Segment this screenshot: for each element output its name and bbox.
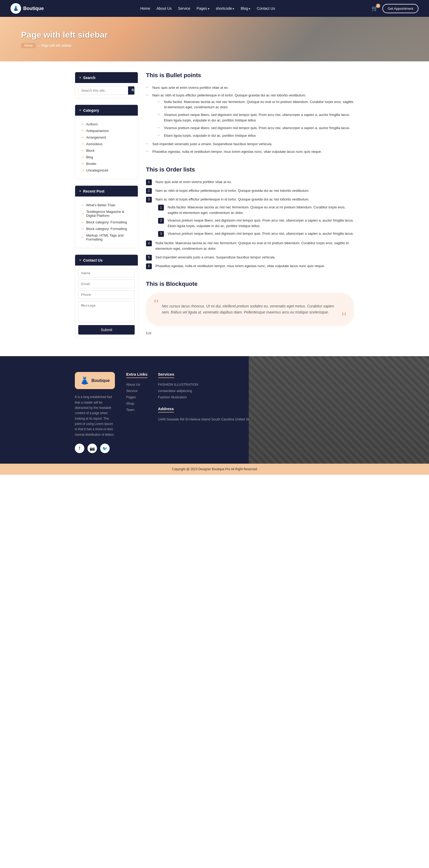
breadcrumb: Home › Page with left sidebar [21, 43, 408, 48]
contact-widget: Contact Us Submit [75, 254, 138, 338]
navbar: 👗 Boutique Home About Us Service Pages s… [0, 0, 429, 17]
category-item[interactable]: Antiquarianism [78, 127, 135, 134]
list-item: Etiam ligula turpis, vulputate in dui ac… [158, 132, 354, 140]
footer-services-list: FASHION ILLUSTRATION consectetur adipisc… [158, 382, 255, 399]
footer-link[interactable]: Pages [126, 395, 136, 399]
category-widget-body: Aciform Antiquarianism Arrangement Asmod… [75, 116, 138, 179]
footer-logo[interactable]: 👗 Boutique [75, 372, 115, 389]
list-item: Sed imperdiet venenatis justo a ornare. … [146, 141, 354, 148]
nav-pages[interactable]: Pages [196, 6, 210, 10]
nav-service[interactable]: Service [178, 6, 190, 10]
breadcrumb-current: Page with left sidebar [41, 44, 72, 48]
search-button[interactable]: 🔍 [128, 86, 135, 95]
category-widget-title: Category [75, 105, 138, 116]
breadcrumb-sep: › [38, 43, 39, 48]
category-item[interactable]: Asmodeus [78, 141, 135, 147]
nav-about[interactable]: About Us [156, 6, 172, 10]
search-widget-title: Search [75, 72, 138, 83]
footer-address-title: Address [158, 406, 174, 412]
main-content: This is Bullet points Nunc quis ante et … [146, 72, 354, 346]
category-item[interactable]: Blog [78, 154, 135, 160]
blockquote-wrap: " Nec cursus lacus rhoncus. Ut mi dui, e… [146, 293, 354, 327]
quote-open-icon: " [154, 298, 158, 311]
order-section: This is Order lists Nunc quis ante et en… [146, 166, 354, 270]
category-item[interactable]: Aciform [78, 121, 135, 127]
list-item: Vivamus pretium neque libero, sed dignis… [158, 111, 354, 124]
recent-post-widget: Recent Post What's Better Than Textilege… [75, 185, 138, 248]
list-item: Nunc quis ante et enim viverra porttitor… [146, 178, 354, 186]
footer-extra-links-list: About Us Service Pages Shop Team [126, 382, 148, 412]
list-item: Nunc quis ante et enim viverra porttitor… [146, 84, 354, 92]
contact-email-input[interactable] [78, 279, 135, 288]
footer-desc: It is a long established fact that a rea… [75, 394, 116, 437]
footer-brand: 👗 Boutique It is a long established fact… [75, 372, 116, 453]
footer-image-inner [249, 356, 429, 464]
nav-right: 🛒 0 Get Appointment [372, 4, 419, 13]
list-item: Vivamus pretium neque libero, sed dignis… [158, 124, 354, 132]
quote-close-icon: " [342, 311, 346, 323]
logo[interactable]: 👗 Boutique [10, 3, 44, 14]
list-item: Sed imperdiet venenatis justo a ornare. … [146, 254, 354, 261]
category-item[interactable]: Broder [78, 160, 135, 167]
nested-ordered-list: Nulla facilisi. Maecenas lacinia ac nisl… [158, 204, 354, 237]
footer-link[interactable]: Team [126, 408, 135, 412]
contact-form: Submit [75, 266, 138, 338]
contact-phone-input[interactable] [78, 290, 135, 299]
breadcrumb-home[interactable]: Home [21, 43, 36, 48]
footer-logo-text: Boutique [91, 378, 110, 383]
list-item: Nam ac nibh id turpis efficitur pellente… [146, 196, 354, 239]
appointment-button[interactable]: Get Appointment [382, 4, 419, 13]
nav-links: Home About Us Service Pages shortcode Bl… [140, 6, 275, 10]
footer-link[interactable]: Shop [126, 401, 134, 405]
list-item: Nulla facilisi. Maecenas lacinia ac nisl… [158, 204, 354, 217]
nav-blog[interactable]: Blog [241, 6, 250, 10]
nav-shortcode[interactable]: shortcode [216, 6, 235, 10]
footer-service-link[interactable]: consectetur adipiscing [158, 389, 192, 393]
bullet-list: Nunc quis ante et enim viverra porttitor… [146, 84, 354, 156]
recent-post-widget-body: What's Better Than Textilegence Magazine… [75, 196, 138, 248]
search-input-wrap: 🔍 [78, 86, 135, 95]
list-item: Nam ac nibh id turpis efficitur pellente… [146, 187, 354, 195]
recent-post-item[interactable]: What's Better Than [78, 202, 135, 208]
footer: 👗 Boutique It is a long established fact… [0, 356, 429, 475]
nav-contact[interactable]: Contact Us [257, 6, 275, 10]
edit-link[interactable]: Edit [146, 331, 354, 335]
nested-bullet-list: Nulla facilisi. Maecenas lacinia ac nisl… [158, 98, 354, 140]
cart-icon[interactable]: 🛒 0 [372, 5, 378, 11]
category-item[interactable]: Uncategorized [78, 167, 135, 174]
footer-area: 👗 Boutique It is a long established fact… [0, 356, 429, 464]
facebook-icon[interactable]: f [75, 444, 84, 453]
category-item[interactable]: Block [78, 147, 135, 154]
category-widget: Category Aciform Antiquarianism Arrangem… [75, 104, 138, 179]
contact-message-input[interactable] [78, 301, 135, 322]
twitter-icon[interactable]: 🐦 [100, 444, 110, 453]
contact-submit-button[interactable]: Submit [78, 325, 135, 335]
list-item: Nulla facilisi. Maecenas lacinia ac nisl… [158, 98, 354, 112]
footer-service-link[interactable]: FASHION ILLUSTRATION [158, 382, 198, 386]
contact-name-input[interactable] [78, 269, 135, 277]
footer-extra-links: Extra Links About Us Service Pages Shop … [126, 372, 148, 453]
footer-link[interactable]: Service [126, 389, 137, 393]
bullet-section: This is Bullet points Nunc quis ante et … [146, 72, 354, 156]
footer-link[interactable]: About Us [126, 382, 140, 386]
instagram-icon[interactable]: 📷 [88, 444, 97, 453]
footer-image [249, 356, 429, 464]
search-widget: Search 🔍 [75, 72, 138, 98]
recent-post-item[interactable]: Textilegence Magazine & Digital Platform [78, 208, 135, 219]
nav-home[interactable]: Home [140, 6, 150, 10]
footer-social: f 📷 🐦 [75, 444, 116, 453]
category-item[interactable]: Arrangement [78, 134, 135, 141]
main-container: Search 🔍 Category Aciform Antiquarianism… [69, 72, 360, 346]
footer-service-link[interactable]: Fashion Illustration [158, 395, 187, 399]
recent-post-item[interactable]: Block category: Formatting [78, 225, 135, 232]
list-item: Phasellus egestas, nulla et vestibulum t… [146, 262, 354, 270]
search-input[interactable] [79, 86, 128, 95]
footer-services-title: Services [158, 372, 175, 378]
recent-post-item[interactable]: Block category: Formatting [78, 219, 135, 225]
footer-address-text: 1449 Seaside Rd St Helena Island South C… [158, 417, 255, 422]
recent-post-item[interactable]: Markup: HTML Tags and Formatting [78, 232, 135, 243]
contact-widget-title: Contact Us [75, 255, 138, 266]
footer-logo-icon: 👗 [80, 376, 89, 385]
category-list: Aciform Antiquarianism Arrangement Asmod… [78, 119, 135, 176]
sidebar: Search 🔍 Category Aciform Antiquarianism… [75, 72, 138, 346]
